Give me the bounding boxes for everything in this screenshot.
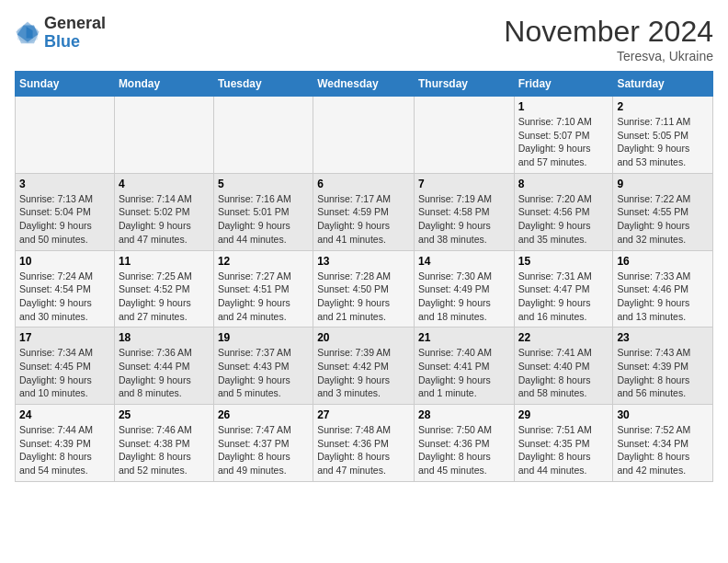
calendar-cell: 2Sunrise: 7:11 AM Sunset: 5:05 PM Daylig… (613, 97, 713, 174)
calendar-week-1: 1Sunrise: 7:10 AM Sunset: 5:07 PM Daylig… (16, 97, 713, 174)
calendar-body: 1Sunrise: 7:10 AM Sunset: 5:07 PM Daylig… (16, 97, 713, 482)
calendar-cell: 5Sunrise: 7:16 AM Sunset: 5:01 PM Daylig… (213, 173, 313, 250)
day-info: Sunrise: 7:41 AM Sunset: 4:40 PM Dayligh… (518, 346, 609, 400)
calendar-cell: 26Sunrise: 7:47 AM Sunset: 4:37 PM Dayli… (213, 405, 313, 482)
day-number: 2 (617, 100, 709, 113)
calendar-cell: 17Sunrise: 7:34 AM Sunset: 4:45 PM Dayli… (16, 327, 115, 405)
day-info: Sunrise: 7:17 AM Sunset: 4:59 PM Dayligh… (317, 192, 410, 247)
day-info: Sunrise: 7:39 AM Sunset: 4:42 PM Dayligh… (317, 346, 410, 400)
day-info: Sunrise: 7:14 AM Sunset: 5:02 PM Dayligh… (119, 192, 210, 247)
day-info: Sunrise: 7:34 AM Sunset: 4:45 PM Dayligh… (19, 346, 110, 400)
day-number: 23 (617, 331, 709, 344)
day-info: Sunrise: 7:43 AM Sunset: 4:39 PM Dayligh… (617, 346, 709, 400)
title-block: November 2024 Teresva, Ukraine (504, 15, 713, 63)
day-info: Sunrise: 7:10 AM Sunset: 5:07 PM Dayligh… (518, 115, 609, 169)
day-info: Sunrise: 7:33 AM Sunset: 4:46 PM Dayligh… (617, 270, 709, 324)
day-number: 28 (418, 408, 510, 421)
day-info: Sunrise: 7:25 AM Sunset: 4:52 PM Dayligh… (119, 270, 210, 324)
day-number: 20 (317, 331, 410, 344)
day-number: 17 (19, 331, 110, 344)
day-number: 8 (518, 178, 609, 190)
day-info: Sunrise: 7:31 AM Sunset: 4:47 PM Dayligh… (518, 270, 609, 324)
calendar-cell: 8Sunrise: 7:20 AM Sunset: 4:56 PM Daylig… (514, 173, 613, 250)
day-number: 19 (218, 331, 309, 344)
calendar-cell: 13Sunrise: 7:28 AM Sunset: 4:50 PM Dayli… (313, 250, 415, 327)
calendar-week-5: 24Sunrise: 7:44 AM Sunset: 4:39 PM Dayli… (16, 405, 713, 482)
weekday-saturday: Saturday (613, 72, 713, 97)
calendar-cell: 27Sunrise: 7:48 AM Sunset: 4:36 PM Dayli… (313, 405, 415, 482)
day-number: 9 (617, 178, 709, 190)
calendar-cell (313, 97, 415, 174)
day-number: 10 (19, 255, 110, 268)
day-info: Sunrise: 7:19 AM Sunset: 4:58 PM Dayligh… (418, 192, 510, 247)
day-number: 6 (317, 178, 410, 190)
calendar-cell: 7Sunrise: 7:19 AM Sunset: 4:58 PM Daylig… (414, 173, 514, 250)
calendar-cell: 11Sunrise: 7:25 AM Sunset: 4:52 PM Dayli… (114, 250, 213, 327)
logo: General Blue (15, 15, 106, 52)
day-number: 27 (317, 408, 410, 421)
day-info: Sunrise: 7:22 AM Sunset: 4:55 PM Dayligh… (617, 192, 709, 247)
day-info: Sunrise: 7:36 AM Sunset: 4:44 PM Dayligh… (119, 346, 210, 400)
calendar-cell: 25Sunrise: 7:46 AM Sunset: 4:38 PM Dayli… (114, 405, 213, 482)
logo-text: General Blue (44, 15, 106, 52)
calendar-cell: 3Sunrise: 7:13 AM Sunset: 5:04 PM Daylig… (16, 173, 115, 250)
weekday-sunday: Sunday (16, 72, 115, 97)
day-number: 24 (19, 408, 110, 421)
calendar-week-3: 10Sunrise: 7:24 AM Sunset: 4:54 PM Dayli… (16, 250, 713, 327)
calendar-cell: 24Sunrise: 7:44 AM Sunset: 4:39 PM Dayli… (16, 405, 115, 482)
logo-icon (15, 20, 40, 46)
day-info: Sunrise: 7:46 AM Sunset: 4:38 PM Dayligh… (119, 423, 210, 477)
calendar-cell: 4Sunrise: 7:14 AM Sunset: 5:02 PM Daylig… (114, 173, 213, 250)
day-number: 26 (218, 408, 309, 421)
day-number: 1 (518, 100, 609, 113)
day-number: 25 (119, 408, 210, 421)
calendar-cell: 9Sunrise: 7:22 AM Sunset: 4:55 PM Daylig… (613, 173, 713, 250)
day-info: Sunrise: 7:44 AM Sunset: 4:39 PM Dayligh… (19, 423, 110, 477)
calendar-cell (414, 97, 514, 174)
day-number: 4 (119, 178, 210, 190)
day-number: 13 (317, 255, 410, 268)
day-number: 22 (518, 331, 609, 344)
calendar-cell: 20Sunrise: 7:39 AM Sunset: 4:42 PM Dayli… (313, 327, 415, 405)
day-number: 3 (19, 178, 110, 190)
day-number: 5 (218, 178, 309, 190)
day-number: 11 (119, 255, 210, 268)
calendar-cell: 6Sunrise: 7:17 AM Sunset: 4:59 PM Daylig… (313, 173, 415, 250)
weekday-wednesday: Wednesday (313, 72, 415, 97)
day-number: 14 (418, 255, 510, 268)
calendar-cell: 28Sunrise: 7:50 AM Sunset: 4:36 PM Dayli… (414, 405, 514, 482)
weekday-tuesday: Tuesday (213, 72, 313, 97)
day-info: Sunrise: 7:47 AM Sunset: 4:37 PM Dayligh… (218, 423, 309, 477)
day-info: Sunrise: 7:50 AM Sunset: 4:36 PM Dayligh… (418, 423, 510, 477)
weekday-friday: Friday (514, 72, 613, 97)
day-info: Sunrise: 7:28 AM Sunset: 4:50 PM Dayligh… (317, 270, 410, 324)
calendar-cell (114, 97, 213, 174)
calendar-cell: 30Sunrise: 7:52 AM Sunset: 4:34 PM Dayli… (613, 405, 713, 482)
calendar-cell: 21Sunrise: 7:40 AM Sunset: 4:41 PM Dayli… (414, 327, 514, 405)
day-info: Sunrise: 7:13 AM Sunset: 5:04 PM Dayligh… (19, 192, 110, 247)
calendar-cell: 12Sunrise: 7:27 AM Sunset: 4:51 PM Dayli… (213, 250, 313, 327)
day-info: Sunrise: 7:51 AM Sunset: 4:35 PM Dayligh… (518, 423, 609, 477)
day-number: 29 (518, 408, 609, 421)
calendar-cell: 14Sunrise: 7:30 AM Sunset: 4:49 PM Dayli… (414, 250, 514, 327)
day-number: 21 (418, 331, 510, 344)
page-header: General Blue November 2024 Teresva, Ukra… (15, 15, 713, 63)
calendar-cell: 19Sunrise: 7:37 AM Sunset: 4:43 PM Dayli… (213, 327, 313, 405)
weekday-thursday: Thursday (414, 72, 514, 97)
day-info: Sunrise: 7:24 AM Sunset: 4:54 PM Dayligh… (19, 270, 110, 324)
day-info: Sunrise: 7:52 AM Sunset: 4:34 PM Dayligh… (617, 423, 709, 477)
calendar-cell: 23Sunrise: 7:43 AM Sunset: 4:39 PM Dayli… (613, 327, 713, 405)
day-number: 7 (418, 178, 510, 190)
day-number: 18 (119, 331, 210, 344)
calendar-cell: 10Sunrise: 7:24 AM Sunset: 4:54 PM Dayli… (16, 250, 115, 327)
calendar-week-2: 3Sunrise: 7:13 AM Sunset: 5:04 PM Daylig… (16, 173, 713, 250)
day-info: Sunrise: 7:30 AM Sunset: 4:49 PM Dayligh… (418, 270, 510, 324)
weekday-monday: Monday (114, 72, 213, 97)
location: Teresva, Ukraine (504, 49, 713, 63)
calendar-week-4: 17Sunrise: 7:34 AM Sunset: 4:45 PM Dayli… (16, 327, 713, 405)
calendar-cell: 15Sunrise: 7:31 AM Sunset: 4:47 PM Dayli… (514, 250, 613, 327)
day-info: Sunrise: 7:16 AM Sunset: 5:01 PM Dayligh… (218, 192, 309, 247)
calendar-cell (213, 97, 313, 174)
day-info: Sunrise: 7:11 AM Sunset: 5:05 PM Dayligh… (617, 115, 709, 169)
calendar-cell: 1Sunrise: 7:10 AM Sunset: 5:07 PM Daylig… (514, 97, 613, 174)
